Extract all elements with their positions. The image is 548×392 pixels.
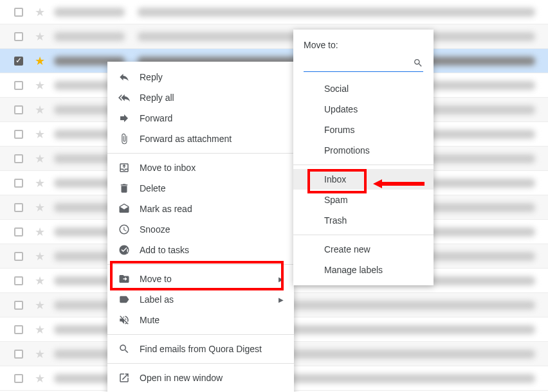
star-icon[interactable]: ★ — [35, 371, 45, 386]
checkbox[interactable] — [14, 81, 23, 90]
reply-all-icon — [118, 91, 131, 104]
star-icon[interactable]: ★ — [35, 323, 45, 337]
menu-mute[interactable]: Mute — [107, 310, 294, 330]
add-task-icon — [118, 244, 131, 256]
divider — [107, 264, 294, 265]
divider — [107, 363, 294, 364]
star-icon[interactable]: ★ — [35, 225, 45, 239]
checkbox[interactable] — [14, 350, 23, 359]
star-icon[interactable]: ★ — [35, 347, 45, 361]
submenu-item-create-new[interactable]: Create new — [293, 239, 434, 260]
star-icon[interactable]: ★ — [35, 54, 45, 68]
star-icon[interactable]: ★ — [35, 103, 45, 117]
delete-icon — [118, 182, 131, 195]
search-icon — [413, 58, 423, 70]
menu-move-to[interactable]: Move to ▶ — [107, 269, 294, 289]
menu-add-to-tasks[interactable]: Add to tasks — [107, 240, 294, 260]
submenu-item-updates[interactable]: Updates — [293, 99, 434, 120]
email-row[interactable]: ★ — [0, 24, 548, 49]
star-icon[interactable]: ★ — [35, 127, 45, 141]
star-icon[interactable]: ★ — [35, 298, 45, 312]
checkbox[interactable] — [14, 301, 23, 310]
menu-open-new-window[interactable]: Open in new window — [107, 368, 294, 388]
snooze-icon — [118, 223, 131, 236]
checkbox[interactable] — [14, 203, 23, 212]
email-row[interactable]: ★ — [0, 0, 548, 24]
submenu-item-forums[interactable]: Forums — [293, 120, 434, 140]
chevron-right-icon: ▶ — [279, 276, 284, 283]
divider — [293, 235, 434, 235]
menu-move-to-inbox[interactable]: Move to inbox — [107, 157, 294, 178]
menu-label: Forward as attachment — [140, 134, 284, 144]
menu-label: Reply — [140, 72, 284, 82]
reply-icon — [118, 71, 131, 84]
menu-label: Move to inbox — [140, 163, 284, 173]
divider — [107, 153, 294, 154]
context-menu: Reply Reply all Forward Forward as attac… — [107, 62, 294, 392]
checkbox[interactable] — [14, 252, 23, 261]
checkbox[interactable] — [14, 325, 23, 334]
menu-label: Reply all — [140, 93, 284, 103]
menu-label: Label as — [140, 294, 279, 305]
checkbox[interactable] — [14, 374, 23, 383]
submenu-item-inbox[interactable]: Inbox — [293, 169, 434, 190]
menu-reply-all[interactable]: Reply all — [107, 87, 294, 108]
checkbox[interactable] — [14, 227, 23, 236]
submenu-item-social[interactable]: Social — [293, 78, 434, 99]
menu-reply[interactable]: Reply — [107, 67, 294, 87]
menu-mark-as-read[interactable]: Mark as read — [107, 199, 294, 219]
star-icon[interactable]: ★ — [35, 200, 45, 215]
star-icon[interactable]: ★ — [35, 5, 45, 19]
mark-read-icon — [118, 202, 131, 215]
menu-forward[interactable]: Forward — [107, 108, 294, 129]
attachment-icon — [118, 132, 131, 145]
star-icon[interactable]: ★ — [35, 30, 45, 44]
submenu-item-promotions[interactable]: Promotions — [293, 140, 434, 161]
chevron-right-icon: ▶ — [279, 296, 284, 303]
menu-label: Move to — [140, 274, 279, 284]
checkbox[interactable] — [14, 130, 23, 139]
folder-move-icon — [118, 272, 131, 285]
star-icon[interactable]: ★ — [35, 176, 45, 190]
label-icon — [118, 293, 131, 306]
divider — [293, 165, 434, 165]
menu-label: Mute — [140, 315, 284, 325]
forward-icon — [118, 112, 131, 125]
checkbox[interactable] — [14, 276, 23, 285]
checkbox[interactable] — [14, 154, 23, 163]
search-icon — [118, 343, 131, 355]
star-icon[interactable]: ★ — [35, 274, 45, 288]
checkbox[interactable] — [14, 105, 23, 114]
open-new-window-icon — [118, 371, 131, 384]
menu-snooze[interactable]: Snooze — [107, 219, 294, 240]
menu-label-as[interactable]: Label as ▶ — [107, 289, 294, 310]
menu-delete[interactable]: Delete — [107, 178, 294, 199]
checkbox[interactable] — [14, 32, 23, 41]
checkbox[interactable] — [14, 57, 23, 66]
checkbox[interactable] — [14, 8, 23, 17]
menu-label: Mark as read — [140, 204, 284, 214]
star-icon[interactable]: ★ — [35, 78, 45, 93]
move-to-inbox-icon — [118, 161, 131, 174]
move-to-submenu: Move to: Social Updates Forums Promotion… — [293, 30, 434, 285]
submenu-search[interactable] — [304, 57, 423, 72]
menu-label: Forward — [140, 113, 284, 123]
menu-label: Delete — [140, 183, 284, 193]
submenu-item-manage-labels[interactable]: Manage labels — [293, 260, 434, 280]
submenu-item-trash[interactable]: Trash — [293, 210, 434, 231]
star-icon[interactable]: ★ — [35, 249, 45, 263]
star-icon[interactable]: ★ — [35, 152, 45, 166]
menu-label: Snooze — [140, 224, 284, 235]
search-input[interactable] — [304, 59, 413, 69]
menu-label: Open in new window — [140, 373, 284, 383]
menu-label: Add to tasks — [140, 245, 284, 255]
checkbox[interactable] — [14, 179, 23, 188]
menu-label: Find emails from Quora Digest — [140, 344, 284, 354]
submenu-title: Move to: — [293, 37, 434, 57]
mute-icon — [118, 314, 131, 326]
menu-find-emails[interactable]: Find emails from Quora Digest — [107, 339, 294, 359]
divider — [107, 334, 294, 335]
submenu-item-spam[interactable]: Spam — [293, 190, 434, 210]
menu-forward-attachment[interactable]: Forward as attachment — [107, 129, 294, 149]
